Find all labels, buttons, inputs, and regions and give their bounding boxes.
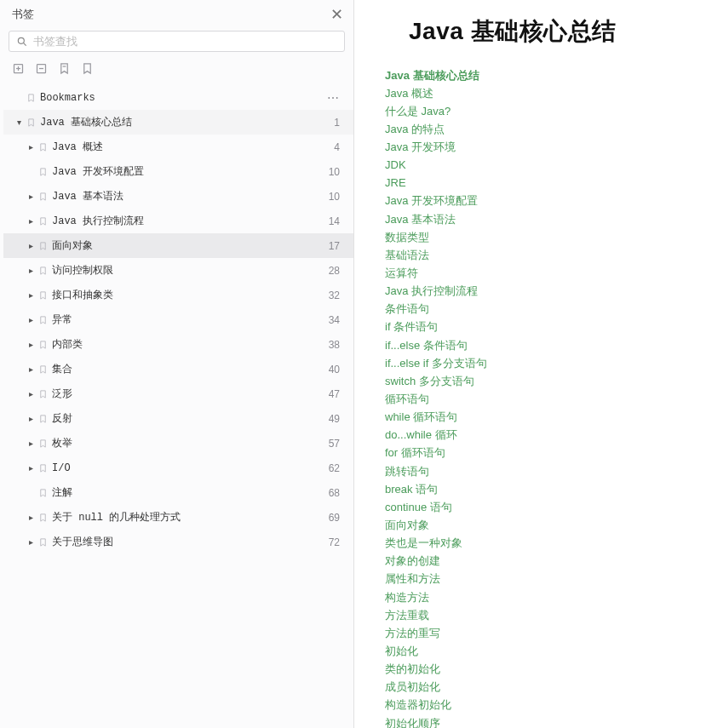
toc-link[interactable]: switch 多分支语句: [385, 372, 706, 390]
search-box[interactable]: [9, 31, 345, 52]
toc-link[interactable]: 属性和方法: [385, 570, 706, 588]
toc-link[interactable]: 对象的创建: [385, 553, 706, 570]
panel-header: 书签 ✕: [0, 0, 353, 27]
toc-link[interactable]: 方法重载: [385, 606, 706, 624]
toc-link[interactable]: 基础语法: [385, 246, 706, 264]
tree-row[interactable]: ▸反射49: [3, 406, 353, 431]
toc-link[interactable]: 类的初始化: [385, 661, 706, 679]
toc-link[interactable]: Java 基础核心总结: [385, 66, 706, 84]
chevron-icon[interactable]: ▸: [29, 216, 37, 226]
row-label: Java 基本语法: [52, 189, 322, 203]
tree-row[interactable]: ▸集合40: [3, 357, 353, 381]
row-label: 注解: [52, 485, 322, 500]
bookmarks-tree[interactable]: Bookmarks⋯▾Java 基础核心总结1▸Java 概述4Java 开发环…: [0, 83, 353, 728]
chevron-icon[interactable]: ▸: [29, 537, 37, 547]
row-page: 4: [334, 141, 340, 153]
tree-bookmarks-root[interactable]: Bookmarks⋯: [3, 85, 353, 110]
toc-link[interactable]: Java 的特点: [385, 120, 706, 138]
tree-row[interactable]: ▸面向对象17: [3, 233, 353, 258]
toc-link[interactable]: Java 开发环境: [385, 139, 706, 157]
page-title: Java 基础核心总结: [354, 15, 706, 48]
expand-all-icon[interactable]: [12, 62, 25, 75]
tree-row[interactable]: ▸Java 执行控制流程14: [3, 209, 353, 233]
search-input[interactable]: [33, 35, 337, 48]
toc-link[interactable]: Java 执行控制流程: [385, 283, 706, 301]
toc-link[interactable]: while 循环语句: [385, 409, 706, 427]
toc-link[interactable]: if...else if 多分支语句: [385, 354, 706, 372]
toc-link[interactable]: JRE: [385, 175, 706, 192]
tree-row[interactable]: ▸访问控制权限28: [3, 258, 353, 283]
tree-row[interactable]: ▸关于 null 的几种处理方式69: [3, 505, 353, 530]
toc-link[interactable]: 循环语句: [385, 391, 706, 409]
tree-row[interactable]: ▾Java 基础核心总结1: [3, 110, 353, 135]
row-label: 访问控制权限: [52, 263, 322, 278]
row-label: 反射: [52, 411, 322, 426]
chevron-icon[interactable]: ▸: [29, 364, 37, 374]
chevron-icon[interactable]: ▸: [29, 439, 37, 448]
tree-row[interactable]: ▸异常34: [3, 307, 353, 332]
row-page: 17: [329, 240, 340, 252]
chevron-icon[interactable]: ▾: [17, 118, 25, 127]
tree-row[interactable]: ▸内部类38: [3, 332, 353, 357]
chevron-icon[interactable]: ▸: [29, 414, 37, 423]
toc-link[interactable]: continue 语句: [385, 498, 706, 516]
toc-link[interactable]: 初始化: [385, 643, 706, 661]
tree-row[interactable]: ▸接口和抽象类32: [3, 283, 353, 307]
toc-link[interactable]: 构造器初始化: [385, 696, 706, 714]
row-label: Java 执行控制流程: [52, 214, 322, 228]
more-icon[interactable]: ⋯: [327, 91, 340, 105]
tree-row[interactable]: ▸泛形47: [3, 381, 353, 406]
close-icon[interactable]: ✕: [330, 7, 343, 22]
chevron-icon[interactable]: ▸: [29, 315, 37, 324]
table-of-contents: Java 基础核心总结Java 概述什么是 Java?Java 的特点Java …: [354, 66, 706, 728]
toc-link[interactable]: 什么是 Java?: [385, 102, 706, 120]
row-page: 32: [329, 289, 340, 301]
panel-title: 书签: [12, 7, 34, 22]
tree-row[interactable]: ▸关于思维导图72: [3, 530, 353, 554]
toc-link[interactable]: if...else 条件语句: [385, 336, 706, 354]
row-label: Java 基础核心总结: [40, 115, 327, 129]
chevron-icon[interactable]: ▸: [29, 340, 37, 349]
tree-row[interactable]: ▸Java 概述4: [3, 135, 353, 159]
chevron-icon[interactable]: ▸: [29, 463, 37, 473]
toc-link[interactable]: 数据类型: [385, 228, 706, 246]
row-page: 72: [329, 536, 340, 548]
chevron-icon[interactable]: ▸: [29, 389, 37, 398]
toc-link[interactable]: for 循环语句: [385, 444, 706, 462]
toc-link[interactable]: 运算符: [385, 265, 706, 283]
bookmark-outline-icon[interactable]: [81, 62, 94, 75]
toc-link[interactable]: 条件语句: [385, 301, 706, 318]
toc-link[interactable]: 成员初始化: [385, 679, 706, 696]
toc-link[interactable]: 跳转语句: [385, 462, 706, 480]
toc-link[interactable]: JDK: [385, 157, 706, 175]
toc-link[interactable]: Java 开发环境配置: [385, 192, 706, 210]
chevron-icon[interactable]: ▸: [29, 290, 37, 300]
toc-link[interactable]: do...while 循环: [385, 427, 706, 444]
toc-link[interactable]: 方法的重写: [385, 624, 706, 642]
toc-link[interactable]: if 条件语句: [385, 318, 706, 336]
toc-link[interactable]: 类也是一种对象: [385, 535, 706, 553]
tree-row[interactable]: ▸枚举57: [3, 431, 353, 456]
chevron-icon[interactable]: ▸: [29, 513, 37, 522]
tree-row[interactable]: ▸I/O62: [3, 456, 353, 480]
toc-link[interactable]: 面向对象: [385, 517, 706, 535]
toc-link[interactable]: Java 基本语法: [385, 210, 706, 228]
toc-link[interactable]: 构造方法: [385, 588, 706, 606]
row-label: Java 开发环境配置: [52, 164, 322, 179]
toc-link[interactable]: break 语句: [385, 480, 706, 498]
chevron-icon[interactable]: ▸: [29, 266, 37, 275]
tree-row[interactable]: 注解68: [3, 480, 353, 505]
toc-link[interactable]: 初始化顺序: [385, 714, 706, 728]
row-label: I/O: [52, 462, 322, 474]
toc-link[interactable]: Java 概述: [385, 84, 706, 102]
chevron-icon[interactable]: ▸: [29, 142, 37, 152]
chevron-icon[interactable]: ▸: [29, 192, 37, 201]
row-page: 10: [329, 166, 340, 178]
tree-row[interactable]: ▸Java 基本语法10: [3, 184, 353, 209]
document-view[interactable]: Java 基础核心总结 Java 基础核心总结Java 概述什么是 Java?J…: [354, 0, 706, 728]
row-label: 泛形: [52, 387, 322, 401]
collapse-all-icon[interactable]: [35, 62, 48, 75]
tree-row[interactable]: Java 开发环境配置10: [3, 159, 353, 184]
chevron-icon[interactable]: ▸: [29, 241, 37, 250]
bookmark-solid-icon[interactable]: [58, 62, 71, 75]
